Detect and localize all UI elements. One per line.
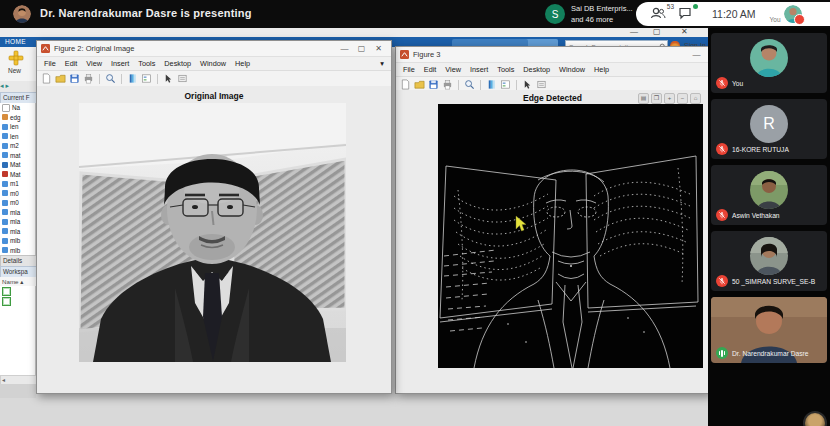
menu-insert[interactable]: Insert [111, 59, 129, 68]
file-row[interactable]: len [0, 132, 35, 142]
minimize-button[interactable]: — [336, 42, 353, 56]
matlab-home-tab[interactable]: HOME [5, 38, 26, 45]
file-list-header: Na [0, 103, 35, 113]
menu-view[interactable]: View [445, 65, 461, 74]
axes-save-icon[interactable]: ▤ [638, 93, 649, 104]
minimize-button[interactable]: — [688, 48, 705, 62]
data-cursor-icon[interactable] [177, 73, 188, 84]
participant-name: Aswin Vethakan [732, 212, 780, 219]
meeting-time: 11:20 AM [712, 8, 756, 20]
participants-sidebar: You R 16-KORE RUTUJA Aswin Vethakan [708, 28, 830, 426]
menu-help[interactable]: Help [235, 59, 250, 68]
self-mic-off-badge [794, 14, 805, 25]
meet-controls-pill: 53 11:20 AM You [636, 2, 830, 26]
participants-icon[interactable]: 53 [650, 6, 668, 22]
figure2-titlebar[interactable]: Figure 2: Original Image — ▢ ✕ [37, 41, 391, 57]
figure3-titlebar[interactable]: Figure 3 — [396, 47, 708, 63]
participant-tile[interactable]: 50 _SIMRAN SURVE_SE-B [711, 231, 827, 291]
menu-window[interactable]: Window [559, 65, 585, 74]
file-row[interactable]: mla [0, 208, 35, 218]
file-row[interactable]: mla [0, 217, 35, 227]
matlab-minimize-button[interactable]: — [630, 28, 638, 36]
menu-tools[interactable]: Tools [138, 59, 155, 68]
participant-name: You [732, 80, 743, 87]
menu-desktop[interactable]: Desktop [523, 65, 550, 74]
insert-legend-icon[interactable] [141, 73, 152, 84]
print-figure-icon[interactable] [442, 79, 453, 90]
menu-overflow-icon[interactable]: ▾ [380, 59, 384, 68]
participant-name: 16-KORE RUTUJA [732, 146, 789, 153]
matlab-ribbon-left: New [0, 47, 37, 81]
file-row[interactable]: m0 [0, 189, 35, 199]
you-label: You [770, 16, 781, 23]
file-row[interactable]: mlb [0, 246, 35, 256]
figure2-menubar: File Edit View Insert Tools Desktop Wind… [37, 57, 391, 71]
menu-tools[interactable]: Tools [497, 65, 514, 74]
chat-icon[interactable] [678, 6, 696, 22]
edit-plot-cursor-icon[interactable] [522, 79, 533, 90]
menu-file[interactable]: File [403, 65, 415, 74]
self-avatar[interactable] [784, 5, 802, 23]
participant-tile[interactable]: Aswin Vethakan [711, 165, 827, 225]
new-script-icon[interactable] [8, 50, 24, 66]
insert-legend-icon[interactable] [500, 79, 511, 90]
participant-name: 50 _SIMRAN SURVE_SE-B [732, 278, 815, 285]
axes-zoom-in-icon[interactable]: + [664, 93, 675, 104]
axes-copy-icon[interactable]: ❐ [651, 93, 662, 104]
menu-help[interactable]: Help [594, 65, 609, 74]
insert-colorbar-icon[interactable] [127, 73, 138, 84]
participant-tile[interactable]: R 16-KORE RUTUJA [711, 99, 827, 159]
org-line2: and 46 more [571, 14, 633, 25]
file-row[interactable]: Mat [0, 160, 35, 170]
file-row[interactable]: mla [0, 227, 35, 237]
file-row[interactable]: m0 [0, 198, 35, 208]
figure2-canvas: Original Image [37, 86, 391, 393]
file-row[interactable]: m1 [0, 179, 35, 189]
save-figure-icon[interactable] [69, 73, 80, 84]
axes-zoom-out-icon[interactable]: − [677, 93, 688, 104]
edit-plot-cursor-icon[interactable] [163, 73, 174, 84]
save-figure-icon[interactable] [428, 79, 439, 90]
workspace-variable-list[interactable] [0, 286, 36, 375]
menu-file[interactable]: File [44, 59, 56, 68]
menu-view[interactable]: View [86, 59, 102, 68]
participant-tile-you[interactable]: You [711, 33, 827, 93]
menu-edit[interactable]: Edit [65, 59, 78, 68]
workspace-variable-row[interactable] [0, 286, 35, 296]
axes-home-icon[interactable]: ⌂ [690, 93, 701, 104]
new-figure-icon[interactable] [400, 79, 411, 90]
file-row[interactable]: edg [0, 113, 35, 123]
new-figure-icon[interactable] [41, 73, 52, 84]
figure2-plot-title: Original Image [37, 91, 391, 101]
mic-off-icon [716, 275, 728, 287]
matlab-maximize-button[interactable]: ▢ [653, 28, 661, 36]
workspace-variable-row[interactable] [0, 296, 35, 306]
screen-share-region: — ▢ ✕ HOME Search Documentation Sign In … [0, 28, 708, 426]
zoom-in-icon[interactable] [105, 73, 116, 84]
menu-edit[interactable]: Edit [424, 65, 437, 74]
file-row[interactable]: len [0, 122, 35, 132]
file-row[interactable]: mat [0, 151, 35, 161]
open-file-icon[interactable] [414, 79, 425, 90]
open-file-icon[interactable] [55, 73, 66, 84]
menu-insert[interactable]: Insert [470, 65, 488, 74]
zoom-in-icon[interactable] [464, 79, 475, 90]
figure3-title: Figure 3 [413, 50, 688, 59]
file-row[interactable]: m2 [0, 141, 35, 151]
menu-window[interactable]: Window [200, 59, 226, 68]
menu-desktop[interactable]: Desktop [164, 59, 191, 68]
maximize-button[interactable]: ▢ [353, 42, 370, 56]
current-folder-file-list[interactable]: Na edg len len m2 mat Mat Mat m1 m0 m0 m… [0, 103, 36, 255]
matrix-variable-icon [2, 287, 11, 296]
insert-colorbar-icon[interactable] [486, 79, 497, 90]
more-participants-avatar[interactable] [803, 411, 827, 426]
org-badge[interactable]: S [545, 4, 565, 24]
file-row[interactable]: mlb [0, 236, 35, 246]
print-figure-icon[interactable] [83, 73, 94, 84]
participant-tile-presenter-video[interactable]: Dr. Narendrakumar Dasre [711, 297, 827, 363]
file-row[interactable]: Mat [0, 170, 35, 180]
new-button-label[interactable]: New [8, 67, 21, 74]
data-cursor-icon[interactable] [536, 79, 547, 90]
matlab-close-button[interactable]: ✕ [681, 28, 688, 36]
close-button[interactable]: ✕ [370, 42, 387, 56]
